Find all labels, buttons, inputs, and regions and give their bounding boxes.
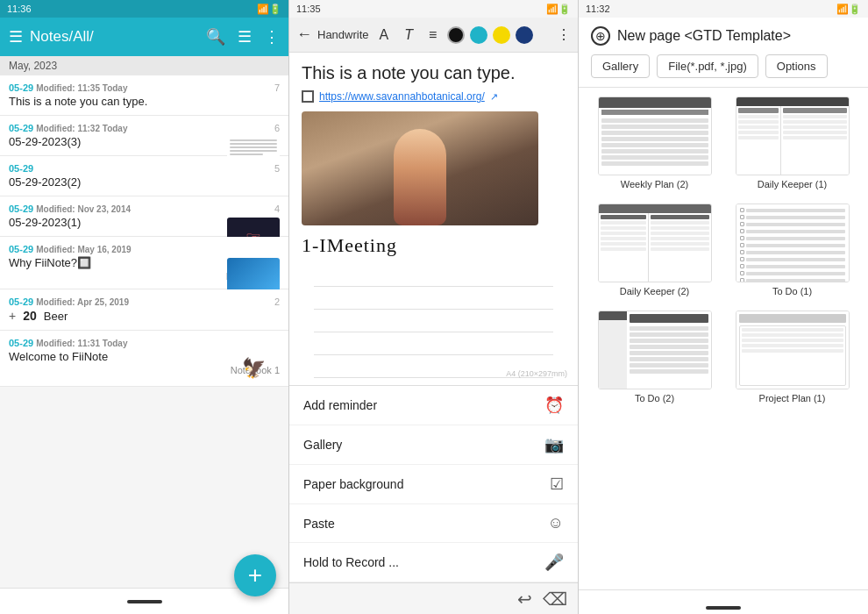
template-item-project[interactable]: Project Plan (1) [729,311,856,403]
template-item-daily-keeper-1[interactable]: Daily Keeper (1) [729,96,856,189]
p3-footer [579,589,868,614]
editor-panel: 11:35 📶🔋 ← Handwrite A T ≡ ⋮ This is a n… [289,0,579,614]
menu-item-reminder[interactable]: Add reminder ⏰ [289,386,578,425]
template-label-daily-keeper-2: Daily Keeper (2) [620,286,689,296]
template-item-daily-keeper-2[interactable]: Daily Keeper (2) [591,203,718,296]
gallery-button[interactable]: Gallery [591,54,650,78]
paste-icon: ☺ [548,514,564,532]
p3-status-icons: 📶🔋 [836,4,861,15]
note-date: 05-29 Modified: May 16, 2019 [9,244,280,254]
note-badge: 2 [274,296,280,307]
editor-photo [302,111,538,225]
note-badge: 5 [274,163,280,174]
note-date: 05-29 Modified: 11:35 Today [9,82,280,93]
note-date: 05-29 Modified: 11:31 Today [9,338,280,348]
more-icon[interactable]: ⋮ [264,27,280,46]
font-a-icon[interactable]: A [374,24,395,46]
paper-bg-icon: ☑ [550,475,564,494]
template-thumb-daily-keeper-2 [598,203,712,282]
menu-label-paper: Paper background [303,477,403,491]
template-thumb-daily-keeper-1 [736,96,850,175]
template-row: Daily Keeper (2) [591,203,856,296]
hamburger-icon[interactable]: ☰ [9,27,23,46]
note-badge: 6 [274,123,280,133]
title-row: ⊕ New page <GTD Template> [591,26,856,46]
template-row: Weekly Plan (2) [591,96,856,189]
editor-content[interactable]: This is a note you can type. https://www… [289,53,578,385]
template-label-todo-2: To Do (2) [635,393,674,403]
editor-note-title: This is a note you can type. [302,63,566,83]
templates-header: ⊕ New page <GTD Template> Gallery File(*… [579,18,868,88]
handwrite-text: 1-IMeeting [302,234,566,257]
editor-link[interactable]: https://www.savannahbotanical.org/ [319,90,485,103]
template-thumb-weekly [598,96,712,175]
list-item[interactable]: 4 05-29 Modified: Nov 23, 2014 05-29-202… [0,196,288,237]
more-options-icon[interactable]: ⋮ [557,26,571,43]
template-thumb-todo-2 [598,311,712,389]
bottom-menu: Add reminder ⏰ Gallery 📷 Paper backgroun… [289,385,578,582]
note-date: 05-29 Modified: 11:32 Today [9,123,280,133]
back-button[interactable]: ← [296,25,312,44]
nav-indicator [127,600,162,603]
align-icon[interactable]: ≡ [423,24,442,46]
template-item-todo-1[interactable]: To Do (1) [729,203,856,296]
p1-footer: + [0,588,288,614]
search-icon[interactable]: 🔍 [206,27,225,46]
note-badge: 7 [274,82,280,93]
page-size-label: A4 (210×297mm) [506,369,567,378]
add-note-button[interactable]: + [234,554,276,596]
color-black[interactable] [447,26,465,44]
beer-count: 20 [23,309,37,323]
editor-lines-area [302,264,566,378]
color-yellow[interactable] [493,26,510,44]
p1-status-icons: 📶🔋 [257,4,281,15]
list-item[interactable]: 6 05-29 Modified: 11:32 Today 05-29-2023… [0,116,288,156]
plus-sign: + [9,309,16,323]
list-item[interactable]: 7 05-29 Modified: 11:35 Today This is a … [0,75,288,116]
template-thumb-todo-1 [736,203,850,282]
template-item-todo-2[interactable]: To Do (2) [591,311,718,403]
checkbox-icon[interactable] [302,90,314,103]
menu-item-gallery[interactable]: Gallery 📷 [289,425,578,465]
color-teal[interactable] [470,26,487,44]
file-button[interactable]: File(*.pdf, *.jpg) [657,54,758,78]
note-title: This is a note you can type. [9,95,280,108]
note-date: 05-29 Modified: Nov 23, 2014 [9,203,280,214]
list-item[interactable]: 2 05-29 Modified: Apr 25, 2019 + 20 Beer [0,289,288,331]
beer-label: Beer [44,310,68,323]
color-navy[interactable] [516,26,533,44]
notes-list: 7 05-29 Modified: 11:35 Today This is a … [0,75,288,588]
p1-status-time: 11:36 [7,4,32,14]
template-thumb-project [736,311,850,389]
photo-figure [394,129,446,225]
template-label-project: Project Plan (1) [759,393,826,403]
template-item-weekly[interactable]: Weekly Plan (2) [591,96,718,189]
p1-status-bar: 11:36 📶🔋 [0,0,288,18]
editor-link-row: https://www.savannahbotanical.org/ ↗ [302,90,566,103]
templates-panel: 11:32 📶🔋 ⊕ New page <GTD Template> Galle… [579,0,868,614]
list-item[interactable]: 05-29 Modified: 11:31 Today Welcome to F… [0,331,288,387]
undo-icon[interactable]: ↩ [517,589,532,610]
sort-icon[interactable]: ☰ [238,27,252,46]
template-row: To Do (2) Project Plan ( [591,311,856,403]
menu-item-paper[interactable]: Paper background ☑ [289,465,578,504]
editor-bottom-bar: ↩ ⌫ [289,582,578,614]
note-beer-row: + 20 Beer [9,309,280,323]
font-t-icon[interactable]: T [399,24,418,46]
gallery-icon: 📷 [544,435,564,454]
delete-icon[interactable]: ⌫ [543,589,567,610]
external-link-icon: ↗ [490,91,498,103]
new-page-icon: ⊕ [591,26,610,46]
notes-panel: 11:36 📶🔋 ☰ Notes/All/ 🔍 ☰ ⋮ May, 2023 7 … [0,0,289,614]
list-item[interactable]: 05-29 Modified: May 16, 2019 Why FiiNote… [0,237,288,289]
p2-status-bar: 11:35 📶🔋 [289,0,578,18]
p2-status-icons: 📶🔋 [546,4,571,15]
menu-item-paste[interactable]: Paste ☺ [289,504,578,543]
p3-status-bar: 11:32 📶🔋 [579,0,868,18]
menu-item-record[interactable]: Hold to Record ... 🎤 [289,543,578,582]
list-item[interactable]: 5 05-29 05-29-2023(2) [0,156,288,196]
options-button[interactable]: Options [765,54,828,78]
template-label-weekly: Weekly Plan (2) [621,179,688,189]
note-date: 05-29 Modified: Apr 25, 2019 [9,296,280,307]
note-badge: 4 [274,203,280,214]
